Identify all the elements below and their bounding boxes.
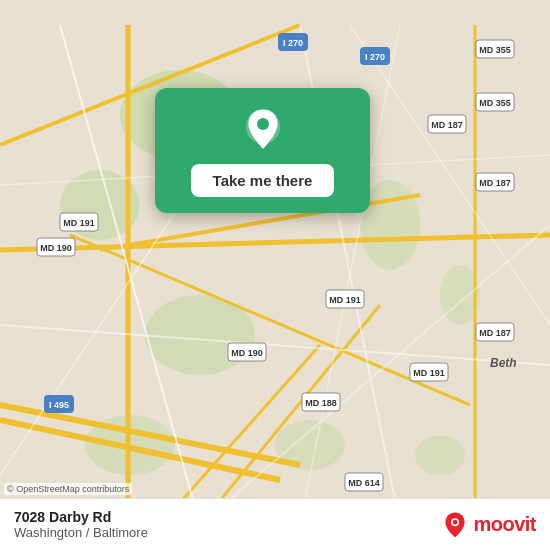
map-background: I 270 I 270 MD 355 MD 355 MD 187 MD 187 … (0, 0, 550, 550)
moovit-logo: moovit (441, 511, 536, 539)
svg-point-65 (453, 519, 458, 524)
svg-text:Beth: Beth (490, 356, 517, 370)
take-me-there-button[interactable]: Take me there (191, 164, 335, 197)
address-block: 7028 Darby Rd Washington / Baltimore (14, 509, 148, 540)
location-pin-icon (239, 106, 287, 154)
svg-text:I 270: I 270 (283, 38, 303, 48)
city-line: Washington / Baltimore (14, 525, 148, 540)
map-container: I 270 I 270 MD 355 MD 355 MD 187 MD 187 … (0, 0, 550, 550)
svg-text:MD 190: MD 190 (231, 348, 263, 358)
svg-text:MD 191: MD 191 (329, 295, 361, 305)
svg-text:MD 614: MD 614 (348, 478, 380, 488)
svg-text:MD 188: MD 188 (305, 398, 337, 408)
osm-attribution: © OpenStreetMap contributors (4, 483, 132, 495)
moovit-pin-icon (441, 511, 469, 539)
svg-text:I 495: I 495 (49, 400, 69, 410)
bottom-bar: 7028 Darby Rd Washington / Baltimore moo… (0, 498, 550, 550)
svg-text:MD 187: MD 187 (479, 328, 511, 338)
svg-text:MD 191: MD 191 (413, 368, 445, 378)
svg-text:MD 187: MD 187 (431, 120, 463, 130)
svg-point-6 (415, 435, 465, 475)
svg-text:MD 190: MD 190 (40, 243, 72, 253)
svg-text:MD 191: MD 191 (63, 218, 95, 228)
svg-point-63 (257, 118, 269, 130)
svg-text:MD 355: MD 355 (479, 45, 511, 55)
svg-text:MD 187: MD 187 (479, 178, 511, 188)
address-line: 7028 Darby Rd (14, 509, 148, 525)
moovit-text: moovit (473, 513, 536, 536)
location-card: Take me there (155, 88, 370, 213)
svg-text:I 270: I 270 (365, 52, 385, 62)
svg-text:MD 355: MD 355 (479, 98, 511, 108)
